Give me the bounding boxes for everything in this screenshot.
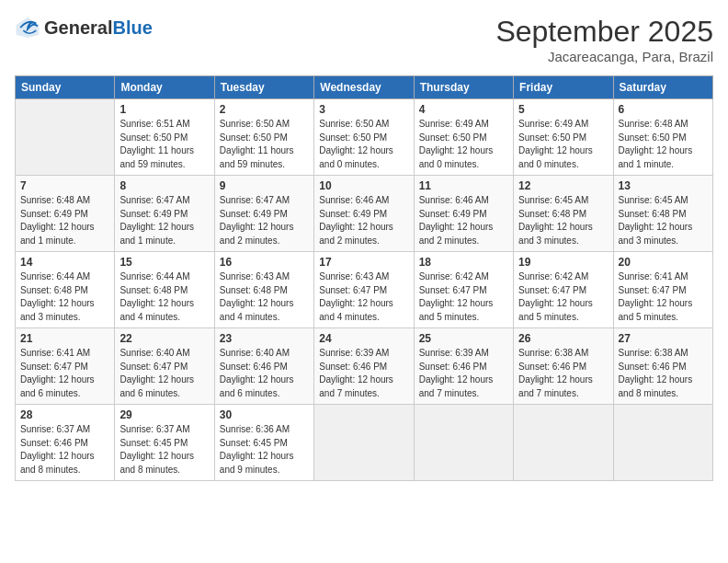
logo-text-general: General <box>44 17 112 38</box>
calendar-cell: 26Sunrise: 6:38 AM Sunset: 6:46 PM Dayli… <box>514 328 613 405</box>
calendar-cell: 7Sunrise: 6:48 AM Sunset: 6:49 PM Daylig… <box>16 176 115 252</box>
day-info: Sunrise: 6:47 AM Sunset: 6:49 PM Dayligh… <box>220 194 309 247</box>
day-info: Sunrise: 6:39 AM Sunset: 6:46 PM Dayligh… <box>319 347 408 400</box>
calendar-body: 1Sunrise: 6:51 AM Sunset: 6:50 PM Daylig… <box>16 99 713 481</box>
calendar-cell: 22Sunrise: 6:40 AM Sunset: 6:47 PM Dayli… <box>115 328 214 405</box>
calendar-cell: 29Sunrise: 6:37 AM Sunset: 6:45 PM Dayli… <box>115 405 214 481</box>
calendar-table: SundayMondayTuesdayWednesdayThursdayFrid… <box>15 75 713 481</box>
day-info: Sunrise: 6:43 AM Sunset: 6:47 PM Dayligh… <box>319 270 408 324</box>
day-number: 22 <box>119 332 209 345</box>
day-number: 7 <box>20 179 109 192</box>
day-info: Sunrise: 6:38 AM Sunset: 6:46 PM Dayligh… <box>619 347 708 400</box>
weekday-header-friday: Friday <box>514 76 613 99</box>
calendar-cell: 12Sunrise: 6:45 AM Sunset: 6:48 PM Dayli… <box>514 176 613 252</box>
title-block: September 2025 Jacareacanga, Para, Brazi… <box>495 15 713 64</box>
day-info: Sunrise: 6:45 AM Sunset: 6:48 PM Dayligh… <box>619 194 708 247</box>
day-info: Sunrise: 6:42 AM Sunset: 6:47 PM Dayligh… <box>419 270 508 324</box>
weekday-header-saturday: Saturday <box>613 76 712 99</box>
calendar-cell: 15Sunrise: 6:44 AM Sunset: 6:48 PM Dayli… <box>115 252 214 328</box>
calendar-week-1: 1Sunrise: 6:51 AM Sunset: 6:50 PM Daylig… <box>16 99 713 176</box>
weekday-header-tuesday: Tuesday <box>214 76 313 99</box>
day-number: 20 <box>619 256 708 269</box>
day-info: Sunrise: 6:49 AM Sunset: 6:50 PM Dayligh… <box>518 118 608 171</box>
calendar-cell: 23Sunrise: 6:40 AM Sunset: 6:46 PM Dayli… <box>214 328 313 405</box>
day-info: Sunrise: 6:37 AM Sunset: 6:45 PM Dayligh… <box>119 423 209 477</box>
day-info: Sunrise: 6:41 AM Sunset: 6:47 PM Dayligh… <box>20 347 109 400</box>
calendar-cell: 16Sunrise: 6:43 AM Sunset: 6:48 PM Dayli… <box>214 252 313 328</box>
calendar-cell <box>16 99 115 176</box>
day-info: Sunrise: 6:44 AM Sunset: 6:48 PM Dayligh… <box>20 270 109 324</box>
day-number: 9 <box>220 179 309 192</box>
calendar-cell: 17Sunrise: 6:43 AM Sunset: 6:47 PM Dayli… <box>314 252 414 328</box>
day-info: Sunrise: 6:47 AM Sunset: 6:49 PM Dayligh… <box>119 194 209 247</box>
calendar-cell: 14Sunrise: 6:44 AM Sunset: 6:48 PM Dayli… <box>16 252 115 328</box>
day-number: 21 <box>20 332 109 345</box>
calendar-cell: 6Sunrise: 6:48 AM Sunset: 6:50 PM Daylig… <box>613 99 712 176</box>
day-info: Sunrise: 6:46 AM Sunset: 6:49 PM Dayligh… <box>319 194 408 247</box>
day-number: 17 <box>319 256 408 269</box>
day-number: 19 <box>518 256 608 269</box>
calendar-cell: 30Sunrise: 6:36 AM Sunset: 6:45 PM Dayli… <box>214 405 313 481</box>
calendar-week-5: 28Sunrise: 6:37 AM Sunset: 6:46 PM Dayli… <box>16 405 713 481</box>
day-number: 6 <box>619 103 708 116</box>
calendar-cell: 4Sunrise: 6:49 AM Sunset: 6:50 PM Daylig… <box>414 99 513 176</box>
day-number: 1 <box>119 103 209 116</box>
calendar-cell: 5Sunrise: 6:49 AM Sunset: 6:50 PM Daylig… <box>514 99 613 176</box>
day-number: 25 <box>419 332 508 345</box>
day-number: 13 <box>619 179 708 192</box>
calendar-cell: 1Sunrise: 6:51 AM Sunset: 6:50 PM Daylig… <box>115 99 214 176</box>
calendar-cell: 20Sunrise: 6:41 AM Sunset: 6:47 PM Dayli… <box>613 252 712 328</box>
location-title: Jacareacanga, Para, Brazil <box>495 49 713 64</box>
calendar-cell: 28Sunrise: 6:37 AM Sunset: 6:46 PM Dayli… <box>16 405 115 481</box>
day-info: Sunrise: 6:40 AM Sunset: 6:46 PM Dayligh… <box>220 347 309 400</box>
calendar-cell: 11Sunrise: 6:46 AM Sunset: 6:49 PM Dayli… <box>414 176 513 252</box>
day-info: Sunrise: 6:51 AM Sunset: 6:50 PM Dayligh… <box>119 118 209 171</box>
logo-text-blue: Blue <box>112 17 152 38</box>
day-number: 24 <box>319 332 408 345</box>
day-number: 4 <box>419 103 508 116</box>
calendar-cell: 25Sunrise: 6:39 AM Sunset: 6:46 PM Dayli… <box>414 328 513 405</box>
calendar-cell: 18Sunrise: 6:42 AM Sunset: 6:47 PM Dayli… <box>414 252 513 328</box>
logo: GeneralBlue <box>15 15 153 40</box>
day-info: Sunrise: 6:48 AM Sunset: 6:50 PM Dayligh… <box>619 118 708 171</box>
weekday-header-sunday: Sunday <box>16 76 115 99</box>
day-info: Sunrise: 6:48 AM Sunset: 6:49 PM Dayligh… <box>20 194 109 247</box>
day-info: Sunrise: 6:46 AM Sunset: 6:49 PM Dayligh… <box>419 194 508 247</box>
day-info: Sunrise: 6:38 AM Sunset: 6:46 PM Dayligh… <box>518 347 608 400</box>
day-info: Sunrise: 6:42 AM Sunset: 6:47 PM Dayligh… <box>518 270 608 324</box>
day-info: Sunrise: 6:37 AM Sunset: 6:46 PM Dayligh… <box>20 423 109 477</box>
day-number: 8 <box>119 179 209 192</box>
weekday-header-monday: Monday <box>115 76 214 99</box>
day-info: Sunrise: 6:50 AM Sunset: 6:50 PM Dayligh… <box>220 118 309 171</box>
calendar-cell: 2Sunrise: 6:50 AM Sunset: 6:50 PM Daylig… <box>214 99 313 176</box>
day-number: 30 <box>220 408 309 421</box>
calendar-cell: 8Sunrise: 6:47 AM Sunset: 6:49 PM Daylig… <box>115 176 214 252</box>
month-title: September 2025 <box>495 15 713 49</box>
day-number: 18 <box>419 256 508 269</box>
day-number: 5 <box>518 103 608 116</box>
day-info: Sunrise: 6:41 AM Sunset: 6:47 PM Dayligh… <box>619 270 708 324</box>
day-number: 10 <box>319 179 408 192</box>
calendar-cell <box>314 405 414 481</box>
day-info: Sunrise: 6:43 AM Sunset: 6:48 PM Dayligh… <box>220 270 309 324</box>
calendar-cell: 3Sunrise: 6:50 AM Sunset: 6:50 PM Daylig… <box>314 99 414 176</box>
day-info: Sunrise: 6:50 AM Sunset: 6:50 PM Dayligh… <box>319 118 408 171</box>
calendar-cell <box>514 405 613 481</box>
page-header: GeneralBlue September 2025 Jacareacanga,… <box>15 15 713 64</box>
day-info: Sunrise: 6:39 AM Sunset: 6:46 PM Dayligh… <box>419 347 508 400</box>
day-number: 12 <box>518 179 608 192</box>
day-number: 3 <box>319 103 408 116</box>
day-number: 29 <box>119 408 209 421</box>
calendar-week-4: 21Sunrise: 6:41 AM Sunset: 6:47 PM Dayli… <box>16 328 713 405</box>
calendar-cell: 13Sunrise: 6:45 AM Sunset: 6:48 PM Dayli… <box>613 176 712 252</box>
weekday-header-row: SundayMondayTuesdayWednesdayThursdayFrid… <box>16 76 713 99</box>
day-number: 15 <box>119 256 209 269</box>
day-number: 11 <box>419 179 508 192</box>
calendar-week-3: 14Sunrise: 6:44 AM Sunset: 6:48 PM Dayli… <box>16 252 713 328</box>
day-number: 26 <box>518 332 608 345</box>
weekday-header-wednesday: Wednesday <box>314 76 414 99</box>
day-info: Sunrise: 6:44 AM Sunset: 6:48 PM Dayligh… <box>119 270 209 324</box>
calendar-week-2: 7Sunrise: 6:48 AM Sunset: 6:49 PM Daylig… <box>16 176 713 252</box>
calendar-cell: 27Sunrise: 6:38 AM Sunset: 6:46 PM Dayli… <box>613 328 712 405</box>
calendar-cell <box>613 405 712 481</box>
